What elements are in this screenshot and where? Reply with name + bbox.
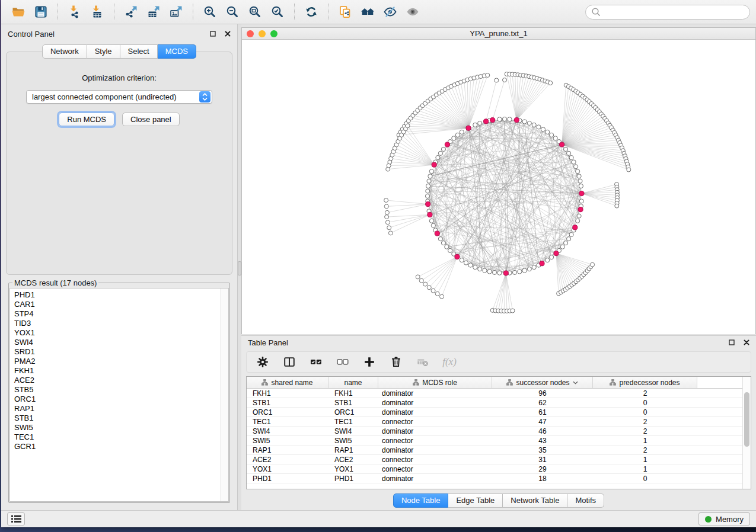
window-maximize-icon[interactable]: [270, 30, 277, 37]
list-item[interactable]: STB1: [14, 414, 221, 423]
tab-mcds[interactable]: MCDS: [158, 44, 196, 59]
splitter-grip[interactable]: [238, 261, 241, 275]
table-cell[interactable]: 1: [593, 455, 697, 464]
table-scrollbar[interactable]: [742, 377, 751, 489]
zoom-fit-button[interactable]: [244, 2, 266, 22]
table-cell[interactable]: connector: [378, 464, 492, 473]
list-item[interactable]: SRD1: [14, 347, 221, 357]
export-network-button[interactable]: [120, 2, 142, 22]
list-item[interactable]: TID3: [14, 319, 221, 328]
column-header-MCDS-role[interactable]: MCDS role: [378, 377, 492, 388]
table-row[interactable]: PHD1PHD1dominator180: [247, 474, 742, 483]
list-item[interactable]: TEC1: [14, 432, 221, 442]
table-scrollbar-thumb[interactable]: [744, 392, 749, 447]
column-settings-button[interactable]: [256, 355, 270, 369]
memory-button[interactable]: Memory: [698, 512, 750, 525]
table-cell[interactable]: 18: [492, 474, 593, 483]
list-item[interactable]: STP4: [14, 309, 221, 319]
list-item[interactable]: RAP1: [14, 404, 221, 414]
table-row[interactable]: ORC1ORC1dominator610: [247, 408, 742, 417]
table-cell[interactable]: 2: [593, 389, 697, 398]
split-panel-button[interactable]: [282, 355, 296, 369]
table-cell[interactable]: 2: [593, 417, 697, 426]
window-minimize-icon[interactable]: [259, 30, 266, 37]
table-cell[interactable]: 2: [593, 427, 697, 435]
table-cell[interactable]: 2: [593, 446, 697, 454]
tab-node-table[interactable]: Node Table: [393, 493, 449, 508]
duplicate-network-button[interactable]: [334, 2, 356, 22]
table-row[interactable]: TEC1TEC1connector472: [247, 417, 742, 427]
network-graph[interactable]: [242, 40, 755, 334]
table-cell[interactable]: dominator: [378, 408, 492, 416]
table-cell[interactable]: ORC1: [247, 408, 328, 416]
vertical-splitter[interactable]: [237, 24, 241, 510]
open-folder-button[interactable]: [7, 2, 30, 22]
tab-motifs[interactable]: Motifs: [567, 493, 604, 508]
table-cell[interactable]: dominator: [378, 446, 492, 454]
list-item[interactable]: ACE2: [14, 376, 221, 385]
table-cell[interactable]: FKH1: [328, 389, 378, 398]
list-item[interactable]: PMA2: [14, 357, 221, 366]
table-cell[interactable]: PHD1: [247, 474, 328, 483]
table-cell[interactable]: ORC1: [328, 408, 378, 416]
table-cell[interactable]: 31: [492, 455, 593, 464]
hide-eye-button[interactable]: [379, 2, 401, 22]
list-item[interactable]: CAR1: [14, 300, 221, 309]
close-panel-button-mcds[interactable]: Close panel: [122, 113, 180, 126]
list-item[interactable]: FKH1: [14, 366, 221, 376]
home-pair-button[interactable]: [356, 2, 379, 22]
tab-style[interactable]: Style: [87, 44, 120, 59]
table-cell[interactable]: FKH1: [247, 389, 328, 398]
table-cell[interactable]: 61: [492, 408, 593, 416]
table-cell[interactable]: RAP1: [247, 446, 328, 454]
table-cell[interactable]: RAP1: [328, 446, 378, 454]
close-table-panel-button[interactable]: [744, 339, 749, 345]
table-row[interactable]: YOX1YOX1connector291: [247, 464, 742, 474]
table-cell[interactable]: 96: [492, 389, 593, 398]
tab-network-table[interactable]: Network Table: [503, 493, 567, 508]
table-row[interactable]: SWI5SWI5connector431: [247, 436, 742, 446]
table-cell[interactable]: 46: [492, 427, 593, 435]
tab-network[interactable]: Network: [42, 44, 87, 59]
table-cell[interactable]: dominator: [378, 474, 492, 483]
search-box[interactable]: [585, 5, 750, 20]
table-cell[interactable]: 0: [593, 408, 697, 416]
table-cell[interactable]: 1: [593, 464, 697, 473]
save-session-button[interactable]: [30, 2, 52, 22]
list-item[interactable]: YOX1: [14, 328, 221, 338]
search-input[interactable]: [604, 7, 744, 17]
tab-edge-table[interactable]: Edge Table: [448, 493, 503, 508]
export-table-button[interactable]: [142, 2, 165, 22]
select-all-checks-button[interactable]: [309, 355, 323, 369]
table-cell[interactable]: 0: [593, 474, 697, 483]
clear-all-checks-button[interactable]: [336, 355, 350, 369]
table-cell[interactable]: 47: [492, 417, 593, 426]
table-cell[interactable]: SWI5: [247, 436, 328, 445]
list-item[interactable]: ORC1: [14, 395, 221, 404]
table-cell[interactable]: 62: [492, 398, 593, 407]
import-network-button[interactable]: [63, 2, 86, 22]
table-cell[interactable]: connector: [378, 436, 492, 445]
delete-column-button[interactable]: [389, 355, 403, 369]
zoom-out-button[interactable]: [221, 2, 244, 22]
table-cell[interactable]: SWI4: [328, 427, 378, 435]
table-cell[interactable]: dominator: [378, 427, 492, 435]
float-table-panel-button[interactable]: [729, 339, 735, 345]
run-mcds-button[interactable]: Run MCDS: [59, 113, 114, 126]
table-cell[interactable]: dominator: [378, 389, 492, 398]
table-cell[interactable]: YOX1: [247, 464, 328, 473]
table-cell[interactable]: 35: [492, 446, 593, 454]
float-panel-button[interactable]: [210, 31, 216, 37]
table-cell[interactable]: TEC1: [328, 417, 378, 426]
table-row[interactable]: SWI4SWI4dominator462: [247, 427, 742, 436]
zoom-selected-button[interactable]: [266, 2, 289, 22]
table-row[interactable]: ACE2ACE2connector311: [247, 455, 742, 464]
table-cell[interactable]: SWI5: [328, 436, 378, 445]
tab-select[interactable]: Select: [120, 44, 158, 59]
table-cell[interactable]: connector: [378, 417, 492, 426]
table-row[interactable]: FKH1FKH1dominator962: [247, 389, 742, 398]
table-cell[interactable]: 43: [492, 436, 593, 445]
optimization-criterion-select[interactable]: largest connected component (undirected): [26, 90, 212, 104]
export-image-button[interactable]: [165, 2, 187, 22]
table-cell[interactable]: 0: [593, 398, 697, 407]
